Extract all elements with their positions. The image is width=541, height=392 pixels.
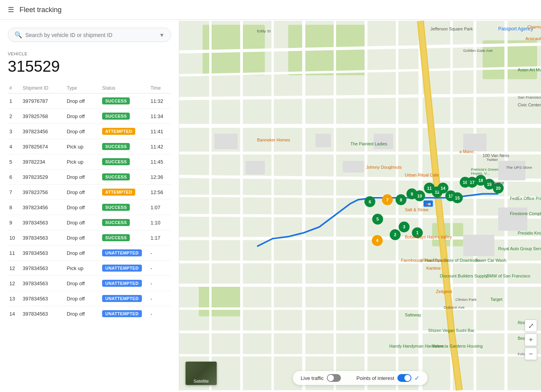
table-row[interactable]: 9 397834563 Drop off SUCCESS 1:10 <box>8 215 171 230</box>
svg-text:Duboce Ave: Duboce Ave <box>444 305 465 309</box>
row-num: 3 <box>8 124 21 139</box>
row-num: 4 <box>8 139 21 154</box>
svg-text:Twitter: Twitter <box>486 157 498 162</box>
status-badge: SUCCESS <box>102 113 130 120</box>
row-shipment-id: 397834563 <box>21 230 65 245</box>
row-type: Drop off <box>65 245 101 261</box>
dropdown-icon[interactable]: ▼ <box>159 32 164 38</box>
table-row[interactable]: 3 397823456 Drop off ATTEMPTED 11:41 <box>8 124 171 139</box>
svg-rect-32 <box>246 161 265 175</box>
table-row[interactable]: 12 397834563 Pick up UNATTEMPTED - <box>8 261 171 276</box>
svg-text:5: 5 <box>377 217 379 221</box>
row-time: 12:56 <box>149 185 171 200</box>
svg-text:8: 8 <box>400 198 402 202</box>
row-type: Drop off <box>65 291 101 306</box>
svg-text:Banneker Homes: Banneker Homes <box>257 138 290 142</box>
svg-text:The UPS Store: The UPS Store <box>506 165 532 170</box>
row-type: Pick up <box>65 261 101 276</box>
row-time: 11:41 <box>149 124 171 139</box>
row-status: SUCCESS <box>101 200 149 215</box>
poi-toggle[interactable] <box>397 374 411 382</box>
svg-rect-36 <box>463 134 486 151</box>
row-status: SUCCESS <box>101 215 149 230</box>
row-shipment-id: 39782234 <box>21 154 65 170</box>
poi-label: Points of interest <box>357 375 394 381</box>
svg-text:FedEx Office Print: FedEx Office Print <box>510 196 541 201</box>
table-row[interactable]: 2 397825768 Drop off SUCCESS 11:34 <box>8 109 171 124</box>
svg-text:100 Van Ness: 100 Van Ness <box>483 153 509 158</box>
row-num: 11 <box>8 245 21 261</box>
svg-text:Presidio Knolls School: Presidio Knolls School <box>518 231 541 235</box>
col-header-time: Time <box>149 83 171 94</box>
main-layout: 🔍 ▼ VEHICLE 315529 # Shipment ID Type St… <box>0 20 541 391</box>
satellite-thumbnail[interactable]: Satellite <box>186 362 217 385</box>
search-input[interactable] <box>25 32 156 38</box>
row-num: 6 <box>8 170 21 185</box>
row-status: SUCCESS <box>101 154 149 170</box>
table-row[interactable]: 10 397834563 Drop off SUCCESS 1:17 <box>8 230 171 245</box>
table-row[interactable]: 11 397834563 Drop off UNATTEMPTED - <box>8 245 171 261</box>
table-row[interactable]: 12 397834563 Drop off UNATTEMPTED - <box>8 276 171 291</box>
svg-text:Square: Square <box>490 180 504 185</box>
row-status: UNATTEMPTED <box>101 291 149 306</box>
map-svg[interactable]: 1 2 3 4 5 <box>179 20 541 391</box>
app-title: Fleet tracking <box>19 6 62 14</box>
svg-text:15: 15 <box>455 196 460 200</box>
row-time: 11:42 <box>149 139 171 154</box>
status-badge: SUCCESS <box>102 204 130 211</box>
svg-text:Shizen Vegan Sushi Bar: Shizen Vegan Sushi Bar <box>428 328 475 333</box>
table-row[interactable]: 14 397834563 Drop off UNATTEMPTED - <box>8 306 171 321</box>
zoom-out-button[interactable]: − <box>525 348 537 360</box>
satellite-label: Satellite <box>186 379 217 383</box>
row-type: Drop off <box>65 215 101 230</box>
row-num: 1 <box>8 94 21 109</box>
svg-text:a Mano: a Mano <box>459 149 474 154</box>
status-badge: ATTEMPTED <box>102 189 135 196</box>
svg-text:Civic Center: Civic Center <box>518 102 541 107</box>
sidebar: 🔍 ▼ VEHICLE 315529 # Shipment ID Type St… <box>0 20 179 391</box>
table-row[interactable]: 8 397823456 Drop off SUCCESS 1:07 <box>8 200 171 215</box>
live-traffic-label: Live traffic <box>301 375 324 381</box>
col-header-type: Type <box>65 83 101 94</box>
live-traffic-knob <box>328 375 334 381</box>
table-row[interactable]: 1 397976787 Drop off SUCCESS 11:32 <box>8 94 171 109</box>
svg-text:Discount Builders Supply: Discount Builders Supply <box>440 274 488 278</box>
table-row[interactable]: 6 397823529 Drop off SUCCESS 12:36 <box>8 170 171 185</box>
status-badge: SUCCESS <box>102 234 130 241</box>
svg-text:Charmaine: Charmaine <box>527 25 541 29</box>
svg-rect-34 <box>343 161 364 173</box>
row-status: SUCCESS <box>101 170 149 185</box>
svg-rect-33 <box>315 134 331 147</box>
svg-text:Salt & Straw: Salt & Straw <box>405 207 428 212</box>
status-badge: UNATTEMPTED <box>102 310 142 317</box>
row-shipment-id: 397823456 <box>21 200 65 215</box>
row-shipment-id: 397823756 <box>21 185 65 200</box>
fullscreen-button[interactable]: ⤢ <box>525 320 537 332</box>
svg-text:Asian Art Museum: Asian Art Museum <box>518 67 541 72</box>
svg-text:Handy Handyman Hardware: Handy Handyman Hardware <box>389 344 443 348</box>
table-row[interactable]: 7 397823756 Drop off ATTEMPTED 12:56 <box>8 185 171 200</box>
svg-text:Arsicault Bakery: Arsicault Bakery <box>525 36 541 41</box>
live-traffic-toggle-item: Live traffic <box>301 374 341 382</box>
row-shipment-id: 397834563 <box>21 276 65 291</box>
zoom-in-button[interactable]: + <box>525 334 537 346</box>
app-header: ☰ Fleet tracking <box>0 0 541 20</box>
menu-icon[interactable]: ☰ <box>8 5 14 14</box>
vehicle-id: 315529 <box>8 58 171 75</box>
svg-text:20: 20 <box>496 186 500 191</box>
table-row[interactable]: 5 39782234 Pick up SUCCESS 11:45 <box>8 154 171 170</box>
svg-text:2: 2 <box>394 232 396 237</box>
svg-text:Hayes, V...: Hayes, V... <box>471 171 490 175</box>
live-traffic-toggle[interactable] <box>327 374 341 382</box>
map-bottom-controls: Live traffic Points of interest ✓ <box>293 371 428 385</box>
row-time: 1:17 <box>149 230 171 245</box>
table-row[interactable]: 4 397825674 Pick up SUCCESS 11:42 <box>8 139 171 154</box>
table-row[interactable]: 13 397834563 Drop off UNATTEMPTED - <box>8 291 171 306</box>
svg-rect-31 <box>214 134 238 149</box>
svg-text:Eddy St: Eddy St <box>257 29 271 33</box>
poi-knob <box>404 375 410 381</box>
svg-rect-38 <box>463 235 494 256</box>
search-box[interactable]: 🔍 ▼ <box>8 28 171 42</box>
row-num: 7 <box>8 185 21 200</box>
svg-text:BMW of San Francisco: BMW of San Francisco <box>486 274 530 278</box>
